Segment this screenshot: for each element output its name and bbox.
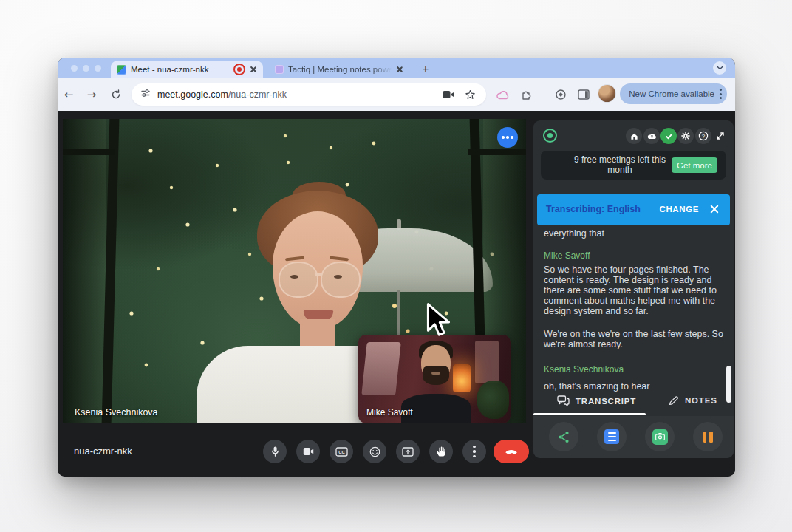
- free-meetings-card: 9 free meetings left this month Get more: [541, 151, 726, 180]
- privacy-check-icon[interactable]: [660, 128, 677, 144]
- home-icon[interactable]: [626, 128, 642, 144]
- site-settings-icon[interactable]: [140, 88, 151, 101]
- mic-button[interactable]: [263, 440, 287, 463]
- tactiq-logo-icon: [543, 129, 557, 143]
- back-button[interactable]: ←: [60, 86, 78, 103]
- browser-window: Meet - nua-czmr-nkk Tactiq | Meeting not…: [58, 58, 735, 477]
- meeting-code-label: nua-czmr-nkk: [74, 446, 132, 457]
- tab-transcript[interactable]: TRANSCRIPT: [557, 395, 636, 406]
- participant-name-label: Ksenia Svechnikova: [75, 407, 158, 417]
- window-close-button[interactable]: [71, 65, 78, 72]
- tab-strip: Meet - nua-czmr-nkk Tactiq | Meeting not…: [58, 58, 735, 78]
- fireplace-decor: [453, 364, 471, 392]
- more-options-button[interactable]: [462, 440, 486, 463]
- expand-panel-icon[interactable]: [712, 128, 728, 144]
- docs-icon: [604, 429, 619, 444]
- svg-text:?: ?: [702, 133, 706, 140]
- share-button[interactable]: [549, 422, 578, 451]
- address-bar[interactable]: meet.google.com/nua-czmr-nkk: [132, 83, 486, 106]
- toolbar-divider: [544, 88, 544, 101]
- end-call-button[interactable]: [494, 440, 529, 463]
- google-docs-button[interactable]: [597, 422, 627, 451]
- door-glass-decor: [63, 119, 106, 423]
- new-tab-button[interactable]: +: [418, 61, 433, 76]
- pause-recording-button[interactable]: [693, 422, 723, 451]
- settings-gear-icon[interactable]: [677, 128, 694, 144]
- camera-in-use-icon[interactable]: [443, 90, 454, 99]
- pip-video-tile[interactable]: Mike Savoff: [358, 335, 511, 423]
- tab-tactiq-title: Tactiq | Meeting notes powe: [288, 65, 392, 74]
- window-zoom-button[interactable]: [95, 65, 101, 72]
- pip-name-label: Mike Savoff: [366, 407, 412, 417]
- reload-button[interactable]: [107, 86, 125, 103]
- tab-meet-title: Meet - nua-czmr-nkk: [131, 65, 229, 74]
- transcript-partial: everything that: [544, 229, 723, 239]
- transcript-paragraph: oh, that's amazing to hear: [544, 382, 723, 392]
- reactions-button[interactable]: [363, 440, 386, 463]
- browser-menu-icon[interactable]: [720, 89, 722, 99]
- captions-button[interactable]: CC: [330, 440, 353, 463]
- camera-capture-icon: [652, 429, 668, 445]
- meet-favicon-icon: [117, 65, 126, 75]
- pause-icon: [703, 432, 713, 443]
- mouse-cursor: [424, 303, 454, 344]
- tab-meet[interactable]: Meet - nua-czmr-nkk: [111, 61, 263, 78]
- door-frame-decor: [63, 149, 115, 155]
- tab-close-icon[interactable]: [250, 66, 257, 73]
- participant-mike: [431, 372, 440, 375]
- recording-indicator-icon: [233, 64, 245, 75]
- desktop: Meet - nua-czmr-nkk Tactiq | Meeting not…: [0, 0, 792, 532]
- plant-decor: [477, 381, 509, 419]
- tab-notes[interactable]: NOTES: [669, 395, 717, 406]
- get-more-button[interactable]: Get more: [672, 157, 717, 173]
- transcript-speaker: Ksenia Svechnikova: [544, 364, 624, 375]
- camera-button[interactable]: [296, 440, 320, 463]
- main-video-tile[interactable]: Ksenia Svechnikova Mike Savoff: [63, 119, 526, 423]
- panel-action-bar: [533, 416, 734, 458]
- browser-toolbar: ← → meet.google.com/nua-czmr-nkk: [58, 78, 735, 111]
- pencil-icon: [670, 397, 678, 405]
- window-minimize-button[interactable]: [83, 65, 89, 72]
- chrome-update-label: New Chrome available: [629, 89, 714, 98]
- forward-button[interactable]: →: [83, 86, 100, 103]
- side-panel-icon[interactable]: [575, 86, 593, 103]
- free-meetings-text: 9 free meetings left this month: [561, 155, 678, 175]
- tab-close-icon[interactable]: [396, 66, 403, 73]
- active-tab-underline: [533, 413, 646, 415]
- extension-lens-icon[interactable]: [552, 86, 570, 103]
- tab-tactiq[interactable]: Tactiq | Meeting notes powe: [270, 61, 408, 78]
- present-button[interactable]: [396, 440, 420, 463]
- tactiq-sidebar: ? 9 free meetings left this month Get mo…: [533, 120, 734, 458]
- tab-search-chevron-icon[interactable]: [713, 61, 726, 75]
- meet-page: Ksenia Svechnikova Mike Savoff nua-czmr-…: [58, 111, 735, 477]
- change-language-button[interactable]: CHANGE: [660, 205, 699, 214]
- banner-close-icon[interactable]: [709, 204, 720, 214]
- panel-tabs: TRANSCRIPT NOTES: [533, 395, 734, 415]
- bookmark-star-icon[interactable]: [465, 89, 476, 100]
- chat-bubbles-icon: [564, 399, 570, 406]
- chat-bubble-badge-icon[interactable]: [497, 127, 518, 148]
- window-decor: [361, 342, 401, 395]
- chrome-update-button[interactable]: New Chrome available: [620, 83, 727, 104]
- help-icon[interactable]: ?: [695, 128, 711, 144]
- transcript-speaker: Mike Savoff: [544, 250, 590, 261]
- screenshot-button[interactable]: [645, 422, 675, 451]
- kebab-icon: [473, 446, 475, 457]
- extension-cloud-icon[interactable]: [494, 86, 512, 103]
- url-text: meet.google.com/nua-czmr-nkk: [157, 89, 443, 100]
- transcript-paragraph: So we have the four pages finished. The …: [544, 265, 723, 317]
- tab-notes-label: NOTES: [685, 396, 717, 405]
- transcribing-banner: Transcribing: English CHANGE: [537, 194, 730, 225]
- participant-mike: [423, 366, 449, 385]
- window-decor: [475, 341, 499, 383]
- cc-glyph: CC: [338, 450, 345, 454]
- transcript-paragraph: We're on the we're on the last few steps…: [544, 330, 723, 350]
- extensions-puzzle-icon[interactable]: [518, 86, 536, 103]
- cloud-upload-icon[interactable]: [644, 128, 660, 144]
- tab-transcript-label: TRANSCRIPT: [576, 397, 636, 406]
- door-frame-decor: [468, 149, 526, 155]
- tactiq-favicon-icon: [275, 65, 284, 74]
- raise-hand-button[interactable]: [429, 440, 453, 463]
- transcribing-status: Transcribing: English: [546, 204, 641, 214]
- profile-avatar[interactable]: [598, 85, 615, 102]
